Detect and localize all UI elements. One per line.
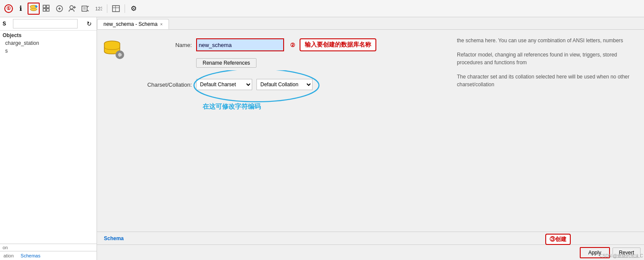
sidebar-title: S — [3, 21, 6, 27]
watermark-text: CSDN @燃烧的泡沫 C — [599, 252, 644, 260]
schema-tab-close[interactable]: × — [160, 22, 163, 27]
add-schema-icon — [29, 4, 38, 13]
add-conn-icon — [56, 5, 63, 13]
add-schema-button[interactable] — [28, 3, 40, 15]
schema-editor-area: Name: ② 输入要创建的数据库名称 Rename References — [97, 30, 644, 232]
sidebar-search-input[interactable] — [13, 19, 78, 28]
grid-icon — [43, 5, 50, 13]
svg-rect-19 — [113, 6, 119, 12]
name-annotation-box: 输入要创建的数据库名称 — [300, 38, 376, 51]
charset-label: Charset/Collation: — [140, 81, 192, 88]
right-panel: new_schema - Schema × — [97, 17, 644, 260]
sidebar-bottom: on ation Schemas — [0, 244, 97, 260]
create-annotation: ③创建 — [545, 234, 571, 245]
charset-annotation: 在这可修改字符编码 — [203, 103, 261, 111]
tab-bar: new_schema - Schema × — [97, 17, 644, 30]
svg-rect-4 — [47, 5, 49, 8]
charset-section: Charset/Collation: Default Charset Defau… — [140, 79, 441, 90]
toolbar-separator-2 — [125, 4, 125, 13]
sidebar-tab-schemas[interactable]: Schemas — [17, 251, 44, 260]
sidebar-section: Objects — [0, 31, 97, 39]
toolbar: ① ℹ — [0, 0, 644, 17]
sidebar-item-s[interactable]: s — [0, 47, 97, 55]
annotation-circle-1: ① — [4, 4, 13, 13]
bottom-section: Schema ③创建 Apply Revert CSDN @燃烧的泡沫 C — [97, 232, 644, 260]
name-label: Name: — [140, 42, 192, 48]
svg-rect-5 — [43, 9, 46, 11]
sidebar-refresh-button[interactable]: ↻ — [84, 19, 94, 28]
schema-name-input[interactable] — [197, 39, 283, 50]
svg-point-10 — [70, 6, 73, 9]
sidebar-tab-ation[interactable]: ation — [0, 251, 17, 260]
sidebar-item-charge-station[interactable]: charge_station — [0, 39, 97, 47]
svg-text:123: 123 — [95, 6, 102, 11]
add-user-button[interactable] — [66, 3, 78, 15]
annotation-2: ② — [290, 42, 295, 48]
add-conn-button[interactable] — [53, 3, 66, 15]
sidebar-header: S ↻ — [0, 17, 97, 31]
number-button[interactable]: 123 — [92, 3, 104, 15]
schema-form: Name: ② 输入要创建的数据库名称 Rename References — [131, 30, 450, 232]
name-row: Name: ② 输入要创建的数据库名称 — [140, 38, 441, 51]
table-button[interactable] — [110, 3, 122, 15]
bottom-tab-schema[interactable]: Schema — [100, 234, 128, 243]
main-layout: S ↻ Objects charge_station s on ation Sc… — [0, 17, 644, 260]
svg-rect-6 — [47, 9, 49, 11]
description-panel: the schema here. You can use any combina… — [450, 30, 644, 232]
db-icon-area — [97, 30, 131, 232]
manage-button[interactable] — [79, 3, 91, 15]
rename-row: Rename References — [196, 58, 441, 68]
svg-rect-13 — [82, 6, 87, 11]
manage-icon — [81, 5, 89, 13]
toolbar-separator — [107, 4, 107, 13]
footer-bar: ③创建 Apply Revert CSDN @燃烧的泡沫 C — [97, 244, 644, 260]
table-icon — [112, 5, 120, 13]
info-button[interactable]: ℹ — [15, 3, 27, 15]
desc2: Refactor model, changing all references … — [457, 51, 637, 66]
rename-references-button[interactable]: Rename References — [196, 58, 256, 68]
svg-point-26 — [118, 53, 122, 56]
name-input-wrapper — [196, 38, 284, 51]
sidebar-bottom-label: on — [0, 244, 97, 251]
database-icon — [103, 38, 126, 62]
number-icon: 123 — [94, 5, 102, 13]
desc3: The character set and its collation sele… — [457, 73, 637, 88]
charset-row: Charset/Collation: Default Charset Defau… — [140, 79, 441, 90]
grid-button[interactable] — [41, 3, 53, 15]
circle3: ③创建 — [550, 235, 566, 243]
collation-select[interactable]: Default Collation — [256, 79, 313, 90]
add-user-icon — [69, 5, 76, 13]
wrench-button[interactable]: ⚙ — [128, 3, 140, 15]
desc1: the schema here. You can use any combina… — [457, 37, 637, 44]
charset-select[interactable]: Default Charset — [196, 79, 252, 90]
sidebar-bottom-tabs: ation Schemas — [0, 251, 97, 260]
schema-tab[interactable]: new_schema - Schema × — [97, 19, 169, 29]
sidebar: S ↻ Objects charge_station s on ation Sc… — [0, 17, 97, 260]
schema-tab-label: new_schema - Schema — [103, 21, 157, 27]
svg-rect-3 — [43, 5, 46, 8]
